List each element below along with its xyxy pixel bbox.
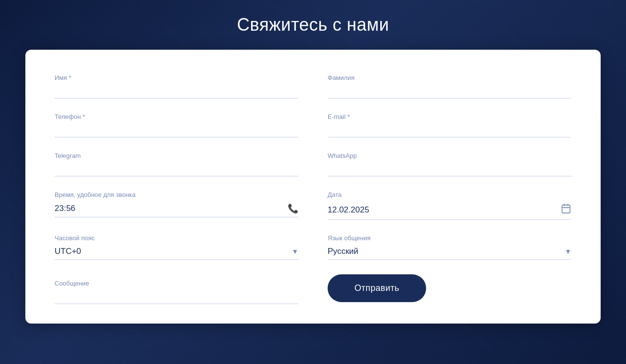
whatsapp-label: WhatsApp	[328, 152, 571, 159]
email-input[interactable]	[328, 123, 571, 137]
telegram-label: Telegram	[55, 152, 298, 159]
language-group: Язык общения Русский ▼	[328, 234, 571, 260]
page-title: Свяжитесь с нами	[237, 15, 389, 35]
message-input[interactable]	[55, 290, 298, 304]
telegram-input[interactable]	[55, 162, 298, 176]
submit-button[interactable]: Отправить	[328, 274, 426, 302]
phone-group: Телефон *	[55, 113, 298, 137]
call-time-field[interactable]: 23:56 📞	[55, 201, 298, 217]
call-time-value: 23:56	[55, 204, 76, 213]
last-name-group: Фамилия	[328, 74, 571, 98]
message-group: Сообщение	[55, 280, 298, 304]
row-name: Имя * Фамилия	[55, 74, 571, 98]
language-label: Язык общения	[328, 234, 571, 242]
row-message-submit: Сообщение Отправить	[55, 274, 571, 304]
phone-input[interactable]	[55, 123, 298, 137]
submit-group: Отправить	[328, 274, 571, 304]
timezone-value: UTC+0	[55, 247, 81, 256]
call-time-group: Время, удобное для звонка 23:56 📞	[55, 191, 298, 220]
message-label: Сообщение	[55, 280, 298, 287]
date-field[interactable]: 12.02.2025	[328, 201, 571, 220]
contact-form-card: Имя * Фамилия Телефон * E-mail * Telegra…	[25, 50, 601, 324]
first-name-label: Имя *	[55, 74, 298, 81]
email-group: E-mail *	[328, 113, 571, 137]
language-value: Русский	[328, 247, 358, 256]
date-group: Дата 12.02.2025	[328, 191, 571, 220]
timezone-select[interactable]: UTC+0 ▼	[55, 245, 298, 260]
phone-label: Телефон *	[55, 113, 298, 120]
timezone-label: Часовой пояс	[55, 234, 298, 242]
telegram-group: Telegram	[55, 152, 298, 176]
last-name-label: Фамилия	[328, 74, 571, 81]
first-name-input[interactable]	[55, 84, 298, 98]
whatsapp-input[interactable]	[328, 162, 571, 176]
first-name-group: Имя *	[55, 74, 298, 98]
language-select[interactable]: Русский ▼	[328, 245, 571, 260]
email-label: E-mail *	[328, 113, 571, 120]
language-chevron-icon: ▼	[565, 248, 571, 255]
last-name-input[interactable]	[328, 84, 571, 98]
row-messengers: Telegram WhatsApp	[55, 152, 571, 176]
timezone-chevron-icon: ▼	[292, 248, 298, 255]
whatsapp-group: WhatsApp	[328, 152, 571, 176]
date-label: Дата	[328, 191, 571, 198]
timezone-group: Часовой пояс UTC+0 ▼	[55, 234, 298, 260]
phone-icon: 📞	[288, 203, 298, 214]
row-contact: Телефон * E-mail *	[55, 113, 571, 137]
calendar-icon	[561, 203, 571, 216]
date-value: 12.02.2025	[328, 205, 369, 215]
row-timezone-language: Часовой пояс UTC+0 ▼ Язык общения Русски…	[55, 234, 571, 260]
svg-rect-0	[562, 205, 570, 213]
row-time-date: Время, удобное для звонка 23:56 📞 Дата 1…	[55, 191, 571, 220]
call-time-label: Время, удобное для звонка	[55, 191, 298, 198]
